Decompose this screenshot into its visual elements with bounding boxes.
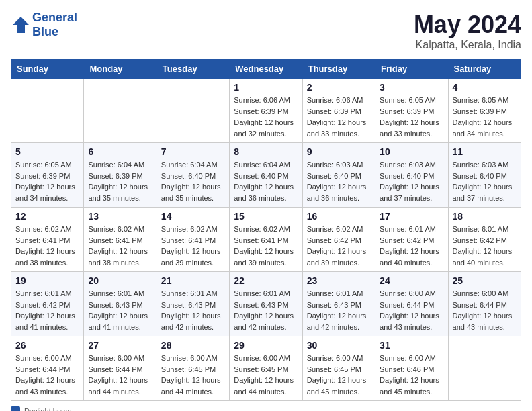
day-info: Sunrise: 6:00 AMSunset: 6:44 PMDaylight:… — [380, 288, 443, 332]
day-info: Sunrise: 6:04 AMSunset: 6:40 PMDaylight:… — [234, 159, 298, 203]
day-number: 18 — [453, 211, 517, 222]
day-info: Sunrise: 6:04 AMSunset: 6:39 PMDaylight:… — [88, 159, 152, 203]
day-number: 11 — [453, 146, 517, 157]
day-number: 22 — [234, 275, 298, 286]
day-info: Sunrise: 6:01 AMSunset: 6:42 PMDaylight:… — [453, 224, 517, 268]
table-row: 25Sunrise: 6:00 AMSunset: 6:44 PMDayligh… — [448, 272, 521, 336]
day-number: 27 — [88, 340, 152, 351]
day-info: Sunrise: 6:00 AMSunset: 6:44 PMDaylight:… — [453, 288, 517, 332]
table-row: 24Sunrise: 6:00 AMSunset: 6:44 PMDayligh… — [375, 272, 448, 336]
table-row: 18Sunrise: 6:01 AMSunset: 6:42 PMDayligh… — [448, 208, 521, 272]
calendar-week-row: 1Sunrise: 6:06 AMSunset: 6:39 PMDaylight… — [11, 79, 521, 143]
calendar-week-row: 5Sunrise: 6:05 AMSunset: 6:39 PMDaylight… — [11, 143, 521, 208]
table-row: 30Sunrise: 6:00 AMSunset: 6:45 PMDayligh… — [302, 336, 375, 401]
table-row: 22Sunrise: 6:01 AMSunset: 6:43 PMDayligh… — [230, 272, 302, 336]
day-number: 6 — [88, 146, 152, 157]
day-number: 25 — [453, 275, 517, 286]
day-number: 29 — [234, 340, 298, 351]
svg-marker-0 — [13, 17, 29, 33]
day-info: Sunrise: 6:00 AMSunset: 6:45 PMDaylight:… — [234, 353, 298, 397]
day-info: Sunrise: 6:00 AMSunset: 6:46 PMDaylight:… — [380, 353, 443, 397]
col-friday: Friday — [375, 60, 448, 79]
col-thursday: Thursday — [302, 60, 375, 79]
table-row: 2Sunrise: 6:06 AMSunset: 6:39 PMDaylight… — [302, 79, 375, 143]
day-info: Sunrise: 6:06 AMSunset: 6:39 PMDaylight:… — [307, 95, 371, 139]
day-number: 30 — [307, 340, 371, 351]
day-info: Sunrise: 6:01 AMSunset: 6:42 PMDaylight:… — [380, 224, 443, 268]
table-row: 4Sunrise: 6:05 AMSunset: 6:39 PMDaylight… — [448, 79, 521, 143]
logo-text-line1: General — [32, 11, 77, 25]
logo-text-line2: Blue — [32, 25, 77, 39]
day-info: Sunrise: 6:01 AMSunset: 6:42 PMDaylight:… — [15, 288, 79, 332]
table-row: 11Sunrise: 6:03 AMSunset: 6:40 PMDayligh… — [448, 143, 521, 208]
table-row: 27Sunrise: 6:00 AMSunset: 6:44 PMDayligh… — [84, 336, 157, 401]
table-row: 13Sunrise: 6:02 AMSunset: 6:41 PMDayligh… — [84, 208, 157, 272]
day-info: Sunrise: 6:00 AMSunset: 6:45 PMDaylight:… — [307, 353, 371, 397]
table-row: 26Sunrise: 6:00 AMSunset: 6:44 PMDayligh… — [11, 336, 84, 401]
col-tuesday: Tuesday — [157, 60, 229, 79]
table-row: 31Sunrise: 6:00 AMSunset: 6:46 PMDayligh… — [375, 336, 448, 401]
day-info: Sunrise: 6:01 AMSunset: 6:43 PMDaylight:… — [234, 288, 298, 332]
table-row — [157, 79, 229, 143]
location-subtitle: Kalpatta, Kerala, India — [414, 39, 521, 51]
col-monday: Monday — [84, 60, 157, 79]
day-number: 12 — [15, 211, 79, 222]
main-title: May 2024 — [414, 11, 521, 39]
day-info: Sunrise: 6:02 AMSunset: 6:41 PMDaylight:… — [88, 224, 152, 268]
day-info: Sunrise: 6:00 AMSunset: 6:44 PMDaylight:… — [15, 353, 79, 397]
table-row: 10Sunrise: 6:03 AMSunset: 6:40 PMDayligh… — [375, 143, 448, 208]
table-row: 20Sunrise: 6:01 AMSunset: 6:43 PMDayligh… — [84, 272, 157, 336]
day-number: 26 — [15, 340, 79, 351]
day-number: 4 — [453, 82, 517, 93]
table-row: 12Sunrise: 6:02 AMSunset: 6:41 PMDayligh… — [11, 208, 84, 272]
day-number: 8 — [234, 146, 298, 157]
day-info: Sunrise: 6:05 AMSunset: 6:39 PMDaylight:… — [15, 159, 79, 203]
day-number: 10 — [380, 146, 443, 157]
day-number: 24 — [380, 275, 443, 286]
day-info: Sunrise: 6:06 AMSunset: 6:39 PMDaylight:… — [234, 95, 298, 139]
table-row: 6Sunrise: 6:04 AMSunset: 6:39 PMDaylight… — [84, 143, 157, 208]
table-row: 16Sunrise: 6:02 AMSunset: 6:42 PMDayligh… — [302, 208, 375, 272]
daylight-label: Daylight hours — [24, 407, 71, 411]
day-number: 31 — [380, 340, 443, 351]
table-row: 3Sunrise: 6:05 AMSunset: 6:39 PMDaylight… — [375, 79, 448, 143]
table-row: 8Sunrise: 6:04 AMSunset: 6:40 PMDaylight… — [230, 143, 302, 208]
logo-icon — [11, 15, 31, 35]
col-sunday: Sunday — [11, 60, 84, 79]
daylight-legend-dot — [11, 406, 20, 411]
day-info: Sunrise: 6:01 AMSunset: 6:43 PMDaylight:… — [88, 288, 152, 332]
day-info: Sunrise: 6:04 AMSunset: 6:40 PMDaylight:… — [161, 159, 225, 203]
table-row: 1Sunrise: 6:06 AMSunset: 6:39 PMDaylight… — [230, 79, 302, 143]
calendar-week-row: 19Sunrise: 6:01 AMSunset: 6:42 PMDayligh… — [11, 272, 521, 336]
day-info: Sunrise: 6:01 AMSunset: 6:43 PMDaylight:… — [307, 288, 371, 332]
footer: Daylight hours — [11, 406, 521, 411]
col-saturday: Saturday — [448, 60, 521, 79]
title-block: May 2024 Kalpatta, Kerala, India — [414, 11, 521, 51]
day-number: 7 — [161, 146, 225, 157]
day-info: Sunrise: 6:02 AMSunset: 6:41 PMDaylight:… — [161, 224, 225, 268]
page-header: General Blue May 2024 Kalpatta, Kerala, … — [11, 11, 521, 51]
table-row: 5Sunrise: 6:05 AMSunset: 6:39 PMDaylight… — [11, 143, 84, 208]
day-number: 9 — [307, 146, 371, 157]
table-row — [448, 336, 521, 401]
day-number: 21 — [161, 275, 225, 286]
table-row: 14Sunrise: 6:02 AMSunset: 6:41 PMDayligh… — [157, 208, 229, 272]
day-number: 15 — [234, 211, 298, 222]
table-row — [11, 79, 84, 143]
day-number: 16 — [307, 211, 371, 222]
day-info: Sunrise: 6:03 AMSunset: 6:40 PMDaylight:… — [453, 159, 517, 203]
day-info: Sunrise: 6:05 AMSunset: 6:39 PMDaylight:… — [453, 95, 517, 139]
day-info: Sunrise: 6:03 AMSunset: 6:40 PMDaylight:… — [307, 159, 371, 203]
day-info: Sunrise: 6:02 AMSunset: 6:41 PMDaylight:… — [15, 224, 79, 268]
table-row: 23Sunrise: 6:01 AMSunset: 6:43 PMDayligh… — [302, 272, 375, 336]
day-number: 2 — [307, 82, 371, 93]
day-number: 14 — [161, 211, 225, 222]
table-row: 7Sunrise: 6:04 AMSunset: 6:40 PMDaylight… — [157, 143, 229, 208]
day-number: 5 — [15, 146, 79, 157]
logo: General Blue — [11, 11, 77, 39]
day-number: 1 — [234, 82, 298, 93]
day-number: 28 — [161, 340, 225, 351]
day-info: Sunrise: 6:00 AMSunset: 6:44 PMDaylight:… — [88, 353, 152, 397]
table-row: 29Sunrise: 6:00 AMSunset: 6:45 PMDayligh… — [230, 336, 302, 401]
day-info: Sunrise: 6:02 AMSunset: 6:42 PMDaylight:… — [307, 224, 371, 268]
